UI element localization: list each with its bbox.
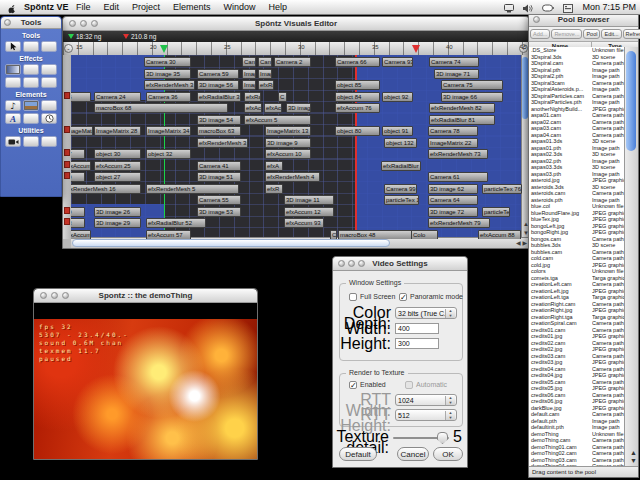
timeline-clip[interactable]: particleTex 76 (482, 184, 522, 194)
timeline-clip[interactable]: efxRenderMesh 4 (265, 172, 320, 182)
pool-refresh-button[interactable]: Refresh (623, 29, 640, 39)
close-button[interactable] (40, 292, 47, 299)
timeline-clip[interactable]: efxRenderMesh 5 (146, 184, 239, 194)
timeline-clip[interactable]: Camera 41 (197, 161, 241, 171)
timeline-clip[interactable]: efxAccu (244, 103, 262, 113)
timeline-clip[interactable]: efxRadialBlur 81 (429, 115, 495, 125)
pool-remove-button[interactable]: Remove... (551, 29, 582, 39)
menu-bar-clock[interactable]: Mon 7:15 PM (582, 0, 636, 14)
timeline-clip[interactable]: efxAccum 5 (244, 115, 311, 125)
zoom-button[interactable] (62, 292, 69, 299)
timeline-clip[interactable]: Camera 75 (441, 80, 503, 90)
timeline-clip[interactable]: efxAccum 57 (146, 230, 191, 240)
timeline-clip[interactable]: object 32 (146, 149, 191, 159)
timeline-clip[interactable]: Camera 55 (197, 195, 241, 205)
timeline-clip[interactable]: efxRadialBlur 52 (146, 218, 206, 228)
zoom-button[interactable] (358, 260, 365, 267)
timeline-clip[interactable]: efxRenderMesh 73 (428, 149, 488, 159)
panoramic-checkbox[interactable]: ✓ (399, 293, 407, 301)
tool-button[interactable] (23, 136, 39, 147)
timeline-clip[interactable]: 3D image 54 (197, 115, 241, 125)
menu-edit[interactable]: Edit (104, 2, 120, 12)
enabled-checkbox[interactable]: ✓ (349, 381, 357, 389)
timeline-clip[interactable]: efxRenderMesh 16 (71, 184, 141, 194)
timeline-clip[interactable]: object 91 (382, 126, 413, 136)
timeline-clip[interactable]: C (330, 230, 337, 240)
red-playhead-marker[interactable] (412, 45, 420, 53)
editor-horizontal-scrollbar[interactable]: ◀ ▶ (71, 237, 531, 248)
track-marker[interactable] (64, 218, 70, 225)
tool-button[interactable] (23, 77, 39, 88)
timeline-clip[interactable]: efxAccum 93 (284, 218, 324, 228)
timeline-clip[interactable]: 3D image 62 (428, 184, 478, 194)
timeline-clip[interactable]: efxRenderMesh 3 (144, 80, 195, 90)
timeline-clip[interactable]: ImageM (258, 69, 272, 79)
track-marker[interactable] (64, 207, 70, 214)
timeline-clip[interactable]: 3D image 59 (286, 103, 311, 113)
timeline-clip[interactable]: ImageM (242, 69, 256, 79)
tool-button[interactable] (41, 64, 57, 75)
menu-file[interactable]: File (76, 2, 91, 12)
stepper-icon[interactable]: ▲▼ (445, 396, 455, 405)
letter-a-tool-button[interactable]: A (5, 113, 21, 124)
rtt-height-dropdown[interactable]: 512▲▼ (395, 409, 457, 421)
timeline-clip[interactable]: particleTex 10 (384, 195, 419, 205)
minimize-button[interactable] (51, 292, 58, 299)
apple-menu-icon[interactable] (8, 2, 18, 16)
image-tool-button[interactable] (23, 100, 39, 111)
timeline-clip[interactable]: efxA (265, 161, 283, 171)
width-field[interactable]: 400 (395, 323, 439, 334)
timeline-clip[interactable]: ImageMatrix 13 (265, 126, 311, 136)
menu-elements[interactable]: Elements (173, 2, 211, 12)
menu-project[interactable]: Project (132, 2, 160, 12)
minimize-button[interactable] (348, 260, 355, 267)
timeline-clip[interactable]: object 92 (382, 92, 413, 102)
timeline-clip[interactable]: 23 (71, 218, 85, 228)
full-screen-checkbox[interactable] (349, 293, 357, 301)
visuals-editor-titlebar[interactable]: Spöntz Visuals Editor (63, 17, 529, 31)
timeline-clip[interactable]: Camera 93 (382, 57, 413, 67)
scroll-arrows[interactable]: ◀ ▶ (516, 239, 527, 248)
timeline-clip[interactable]: 19 (71, 207, 85, 217)
timeline-clip[interactable]: efxR (265, 184, 283, 194)
timeline-clip[interactable]: object 30 (94, 149, 141, 159)
timeline-clip[interactable]: macroBox 48 (338, 230, 416, 240)
input-menu-icon[interactable] (563, 1, 573, 15)
height-field[interactable]: 300 (395, 338, 439, 349)
timeline-clip[interactable]: 3D image 53 (197, 207, 241, 217)
ok-button[interactable]: OK (433, 447, 463, 461)
timeline-clip[interactable]: 3D image 72 (428, 207, 478, 217)
close-button[interactable] (533, 16, 540, 23)
default-button[interactable]: Default (339, 447, 377, 461)
timeline-clip[interactable]: 3D image 56 (197, 80, 239, 90)
timeline-clip[interactable]: efxAccum 25 (94, 161, 141, 171)
close-button[interactable] (69, 20, 76, 27)
timeline-clip[interactable]: efxAccum 88 (478, 230, 521, 240)
timeline-clip[interactable]: efxRenderMesh 82 (429, 103, 495, 113)
timeline-clip[interactable]: ImageMatrix 22 (428, 138, 478, 148)
scrollbar-thumb[interactable] (72, 239, 390, 247)
gradient-tool-button[interactable] (5, 64, 21, 75)
timeline-clip[interactable]: Camera 59 (197, 69, 239, 79)
stepper-icon[interactable]: ▲▼ (445, 309, 455, 318)
timeline-clip[interactable]: efxAccum 76 (335, 103, 380, 113)
pool-edit-button[interactable]: Edit... (601, 29, 621, 39)
timeline-clip[interactable]: ImageMatrix 34 (146, 126, 191, 136)
music-tool-button[interactable]: ♪ (5, 100, 21, 111)
track-marker[interactable] (64, 149, 70, 156)
timeline-clip[interactable]: Camera (242, 57, 256, 67)
timeline-clip[interactable]: efxRenderMesh 3 (197, 138, 248, 148)
tool-button[interactable] (41, 100, 57, 111)
timeline-clip[interactable]: 3D image 66 (441, 92, 503, 102)
tool-button[interactable] (5, 77, 21, 88)
timeline-clip[interactable]: Camera 30 (144, 57, 191, 67)
menu-help[interactable]: Help (269, 2, 288, 12)
tool-button[interactable] (41, 41, 57, 52)
demo-titlebar[interactable]: Spontz :: the demoThing (34, 289, 257, 303)
timeline-clip[interactable]: 3D image 9 (265, 138, 311, 148)
zoom-out-icon[interactable]: - (64, 44, 73, 53)
timeline-clip[interactable]: efxRadialBlur 1 (381, 161, 421, 171)
timeline-clip[interactable]: C (278, 92, 287, 102)
timeline-clip[interactable]: object 85 (335, 80, 380, 90)
pool-scrollbar[interactable]: ▲▼ (624, 47, 638, 466)
